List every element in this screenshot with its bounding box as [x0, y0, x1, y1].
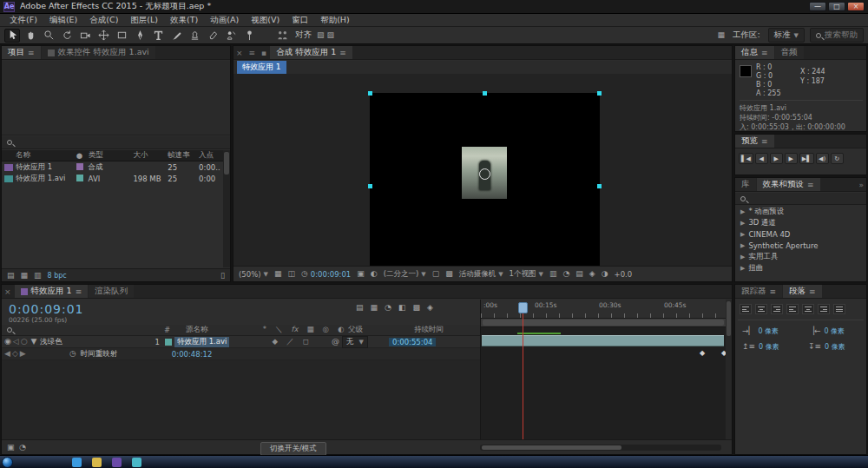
- toggle-switches-modes-button[interactable]: 切换开关/模式: [260, 442, 326, 456]
- fast-preview-icon[interactable]: ◔: [562, 270, 569, 278]
- overflow-icon[interactable]: »: [856, 181, 866, 189]
- layer-twirl-icon[interactable]: ▼: [28, 338, 40, 346]
- show-channel-icon[interactable]: ◐: [371, 270, 378, 278]
- space-before-field[interactable]: ↥≡ 0 像素: [742, 342, 779, 352]
- brush-tool[interactable]: [168, 29, 184, 43]
- camera-view-select[interactable]: 活动摄像机 ▼: [459, 269, 503, 280]
- close-button[interactable]: ×: [847, 2, 865, 11]
- fx-switch-icon[interactable]: ／: [286, 337, 294, 347]
- panel-menu-icon[interactable]: ≡: [809, 287, 816, 296]
- taskbar-app-explorer[interactable]: [92, 458, 102, 467]
- video-layer-image[interactable]: [462, 147, 507, 199]
- next-frame-button[interactable]: ▶: [785, 153, 798, 164]
- justify-last-left-button[interactable]: [786, 304, 799, 314]
- timeline-horizontal-scrollbar[interactable]: [480, 445, 721, 451]
- viewer-lock-icon[interactable]: ▪: [259, 49, 269, 57]
- tab-effects-presets[interactable]: 效果和预设 ≡: [757, 178, 820, 191]
- mini-flowchart-icon[interactable]: ▤: [356, 304, 364, 312]
- twirl-icon[interactable]: ▶: [740, 265, 745, 272]
- expand-layers-icon[interactable]: ▣: [7, 444, 15, 452]
- effects-category-3d-channel[interactable]: ▶ 3D 通道: [735, 218, 866, 228]
- twirl-icon[interactable]: ▶: [740, 242, 745, 249]
- type-tool[interactable]: [150, 29, 166, 43]
- taskbar-app-after-effects[interactable]: [112, 458, 122, 467]
- column-type[interactable]: 类型: [89, 150, 134, 161]
- menu-edit[interactable]: 编辑(E): [43, 15, 83, 26]
- start-button[interactable]: [2, 457, 13, 468]
- tab-composition[interactable]: 合成 特效应用 1 ≡: [270, 46, 352, 59]
- panel-menu-icon[interactable]: ≡: [761, 137, 768, 146]
- project-bit-depth[interactable]: 8 bpc: [48, 272, 67, 280]
- property-name[interactable]: 时间重映射: [76, 349, 172, 359]
- twirl-icon[interactable]: ▶: [740, 220, 745, 227]
- previous-frame-button[interactable]: ◀: [755, 153, 768, 164]
- interpret-footage-icon[interactable]: ▤: [7, 272, 15, 280]
- last-frame-button[interactable]: ▶▌: [799, 153, 814, 164]
- property-value[interactable]: 0:00:48:12: [172, 350, 212, 359]
- layer-duration-bar[interactable]: [482, 335, 724, 346]
- exposure-value[interactable]: +0.0: [615, 270, 633, 279]
- layer-label-select[interactable]: 浅绿色: [40, 337, 115, 347]
- draft-3d-icon[interactable]: ▦: [371, 304, 378, 312]
- selection-tool[interactable]: [4, 29, 20, 43]
- indent-left-field[interactable]: →▏ 0 像素: [742, 326, 779, 336]
- menu-composition[interactable]: 合成(C): [83, 15, 124, 26]
- effects-search[interactable]: [735, 193, 866, 205]
- first-frame-button[interactable]: ▌◀: [739, 153, 753, 164]
- menu-animation[interactable]: 动画(A): [204, 15, 245, 26]
- keyframe-icon[interactable]: ◇: [12, 350, 18, 358]
- justify-last-center-button[interactable]: [802, 304, 814, 314]
- clone-stamp-tool[interactable]: [187, 29, 202, 43]
- twirl-icon[interactable]: ▶: [740, 254, 745, 260]
- tab-paragraph[interactable]: 段落 ≡: [783, 285, 822, 298]
- close-icon[interactable]: ×: [2, 287, 14, 296]
- viewer-menu-icon[interactable]: ≡: [247, 49, 259, 57]
- timeline-track-area[interactable]: :00s 00:15s 00:30s 00:45s ◆ ◆: [480, 300, 726, 439]
- menu-effect[interactable]: 效果(T): [164, 15, 204, 26]
- project-scrollbar[interactable]: [223, 150, 230, 267]
- snap-option2-icon[interactable]: ▨: [327, 31, 335, 39]
- column-name[interactable]: 名称: [2, 150, 76, 161]
- zoom-tool[interactable]: [41, 29, 56, 43]
- tab-audio[interactable]: 音频: [775, 46, 804, 59]
- workspace-select[interactable]: 标准 ▼: [768, 28, 805, 43]
- tab-library[interactable]: 库: [735, 178, 756, 191]
- panel-menu-icon[interactable]: ≡: [761, 49, 768, 57]
- effects-category-synthetic-aperture[interactable]: ▶ Synthetic Aperture: [735, 241, 866, 251]
- hand-tool[interactable]: [23, 29, 38, 43]
- rotate-tool[interactable]: [59, 29, 75, 43]
- label-swatch[interactable]: [76, 163, 83, 170]
- align-left-button[interactable]: [740, 304, 752, 314]
- column-source-name[interactable]: 源名称: [175, 325, 262, 335]
- tab-project[interactable]: 项目 ≡: [2, 46, 41, 59]
- viewer-close-icon[interactable]: ×: [233, 49, 246, 57]
- pickwhip-icon[interactable]: @: [332, 338, 339, 346]
- menu-help[interactable]: 帮助(H): [314, 15, 356, 26]
- region-of-interest-icon[interactable]: ▢: [432, 270, 440, 278]
- quality-switch-icon[interactable]: ◆: [272, 337, 278, 347]
- tab-tracker[interactable]: 跟踪器 ≡: [735, 285, 782, 298]
- timeline-timecode[interactable]: 0:00:09:01: [9, 302, 84, 316]
- twirl-icon[interactable]: ▶: [740, 208, 745, 215]
- project-row-footage[interactable]: 特效应用 1.avi AVI 198 MB 25 0:00: [2, 173, 223, 184]
- puppet-pin-tool[interactable]: [241, 29, 257, 43]
- effects-category-utility[interactable]: ▶ 实用工具: [735, 252, 866, 262]
- new-composition-icon[interactable]: ▥: [34, 272, 42, 280]
- column-label-dot[interactable]: ●: [76, 151, 89, 160]
- motion-blur-switch-icon[interactable]: ◻: [302, 337, 308, 347]
- roto-brush-tool[interactable]: [223, 29, 239, 43]
- keyframe-nav-right-icon[interactable]: ▶: [20, 350, 26, 358]
- taskbar-app-browser[interactable]: [72, 458, 82, 467]
- tracks-background[interactable]: ◆ ◆: [481, 327, 726, 439]
- panel-menu-icon[interactable]: ≡: [339, 49, 346, 57]
- project-columns-header[interactable]: 名称 ● 类型 大小 帧速率 入点: [2, 150, 223, 161]
- handle-top-center[interactable]: [483, 91, 487, 96]
- column-in[interactable]: 入点: [199, 150, 223, 161]
- resolution-select[interactable]: (二分之一) ▼: [384, 269, 426, 280]
- column-switches[interactable]: *＼fx▦◎◐: [262, 325, 345, 335]
- effects-category-animation-presets[interactable]: ▶ * 动画预设: [735, 207, 866, 217]
- layer-duration[interactable]: 0:00:55:04: [389, 338, 436, 346]
- indent-right-field[interactable]: ▕← 0 像素: [808, 326, 845, 336]
- layer-source-name[interactable]: 特效应用 1.avi: [174, 337, 229, 347]
- trash-icon[interactable]: ▯: [220, 272, 225, 280]
